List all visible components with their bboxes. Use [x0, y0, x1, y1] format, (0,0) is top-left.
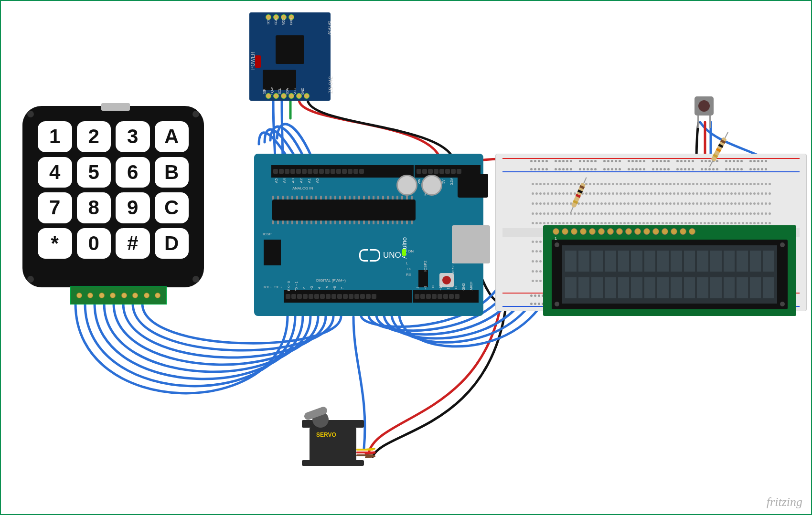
rtc-labels-top: SCL SDA VCC GND — [265, 20, 294, 23]
breadboard-power-rail-top[interactable] — [502, 157, 800, 173]
lcd-pin-header[interactable] — [553, 228, 695, 235]
arduino-digital-group-label: DIGITAL (PWM~) — [316, 278, 346, 283]
rtc-eeprom-chip — [263, 70, 296, 90]
arduino-icsp-label: ICSP — [263, 232, 272, 236]
rtc-model-label: ZS-042 — [328, 76, 333, 94]
lcd-16x2: 1 — [543, 225, 796, 316]
keypad-notch — [101, 103, 130, 111]
arduino-uno-board: A5 A4 A3 A2 A1 A0 VIN GND GND 5V 3.3V RE… — [254, 154, 483, 316]
key-d[interactable]: D — [155, 228, 189, 259]
rtc-ds3231-module: SCL SDA VCC GND A0 A1 A2 POWER ZS-042 32… — [249, 12, 331, 101]
key-2[interactable]: 2 — [77, 121, 111, 152]
arduino-reset-label: RESET — [451, 262, 455, 274]
arduino-analog-labels: A5 A4 A3 A2 A1 A0 — [273, 179, 321, 183]
rtc-power-led — [255, 55, 261, 68]
arduino-model-label: UNO — [383, 251, 401, 260]
arduino-barrel-jack[interactable] — [458, 174, 488, 198]
rtc-extra-pins-label: A0 A1 A2 — [328, 21, 331, 35]
arduino-digital-labels-left: RX←0 TX→1 2 ~3 4 ~5 ~6 7 — [286, 286, 345, 290]
key-c[interactable]: C — [155, 192, 189, 223]
key-7[interactable]: 7 — [38, 192, 72, 223]
servo-sg90: SERVO — [302, 420, 364, 466]
lcd-display-area — [562, 245, 777, 304]
key-b[interactable]: B — [155, 157, 189, 188]
key-9[interactable]: 9 — [116, 192, 150, 223]
arduino-usb-port[interactable] — [452, 225, 490, 263]
arduino-digital-header-right[interactable] — [413, 290, 479, 303]
arduino-capacitors — [396, 175, 442, 196]
arduino-infinity-icon — [359, 249, 380, 262]
arduino-digital-labels-right: 8 ~9 ~10 ~11 12 13 GND AREF — [415, 286, 474, 289]
servo-wire-bundle — [356, 449, 374, 456]
rtc-labels-bottom: 32K SQW SCL SDA VCC GND — [261, 90, 306, 93]
servo-gnd-wire — [356, 454, 374, 456]
key-4[interactable]: 4 — [38, 157, 72, 188]
servo-signal-wire — [356, 449, 374, 451]
arduino-on-label: ON — [408, 249, 414, 253]
keypad-grid: 1 2 3 A 4 5 6 B 7 8 9 C * 0 # D — [38, 121, 189, 259]
arduino-digital-header-left[interactable] — [284, 290, 412, 303]
key-6[interactable]: 6 — [116, 157, 150, 188]
arduino-rxtx-arrow-labels: RX← TX→ — [264, 285, 282, 289]
keypad-pin-strip — [70, 286, 167, 305]
arduino-analog-group-label: ANALOG IN — [292, 186, 313, 190]
servo-vcc-wire — [356, 452, 374, 453]
servo-label: SERVO — [316, 431, 336, 438]
arduino-icsp2-label: ICSP2 — [423, 261, 427, 272]
key-5[interactable]: 5 — [77, 157, 111, 188]
rtc-power-label: POWER — [250, 52, 256, 70]
key-3[interactable]: 3 — [116, 121, 150, 152]
tactile-push-button[interactable] — [694, 96, 714, 116]
lcd-bezel — [552, 240, 788, 309]
key-0[interactable]: 0 — [77, 228, 111, 259]
key-8[interactable]: 8 — [77, 192, 111, 223]
rtc-chip-ds3231 — [276, 35, 304, 64]
fritzing-watermark: fritzing — [767, 495, 802, 509]
arduino-atmega-chip — [272, 200, 416, 221]
key-1[interactable]: 1 — [38, 121, 72, 152]
arduino-logo: UNO — [359, 249, 401, 262]
key-star[interactable]: * — [38, 228, 72, 259]
diagram-canvas: 1 2 3 A 4 5 6 B 7 8 9 C * 0 # D SCL S — [0, 0, 812, 515]
key-hash[interactable]: # — [116, 228, 150, 259]
arduino-on-led — [402, 249, 406, 256]
arduino-icsp-header[interactable] — [264, 240, 281, 265]
keypad-4x4: 1 2 3 A 4 5 6 B 7 8 9 C * 0 # D — [22, 106, 204, 287]
arduino-txrx-labels: L TX RX — [406, 261, 411, 278]
arduino-analog-header[interactable] — [271, 165, 414, 178]
key-a[interactable]: A — [155, 121, 189, 152]
